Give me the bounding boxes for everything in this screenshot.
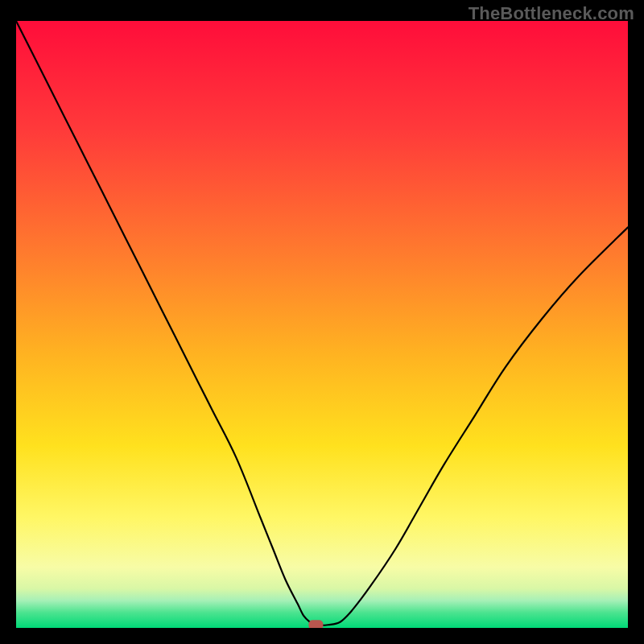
plot-background — [16, 21, 628, 628]
plot-svg — [16, 21, 628, 628]
chart-frame: TheBottleneck.com — [0, 0, 644, 644]
plot-area — [16, 21, 628, 628]
optimal-point-marker — [308, 620, 323, 628]
